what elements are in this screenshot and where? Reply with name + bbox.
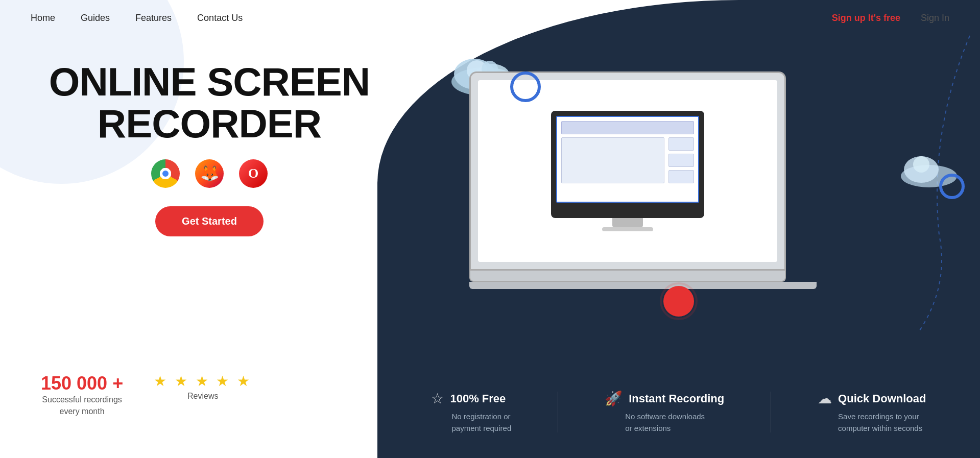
hero-title: ONLINE SCREEN RECORDER [41, 61, 378, 145]
monitor-base [602, 227, 653, 231]
nav-features-link[interactable]: Features [135, 13, 172, 23]
screen-ui-sidebar [668, 137, 694, 183]
feature-divider-2 [771, 392, 771, 432]
nav-contact-link[interactable]: Contact Us [197, 13, 243, 23]
nav-guides-link[interactable]: Guides [81, 13, 110, 23]
signin-link[interactable]: Sign In [921, 13, 949, 23]
hero-section: Home Guides Features Contact Us Sign up … [0, 0, 980, 458]
stats-row: 150 000 + Successful recordings every mo… [41, 373, 252, 417]
ratings-block: ★ ★ ★ ★ ★ Reviews [154, 373, 252, 401]
features-row: ☆ 100% Free No registration or payment r… [377, 366, 980, 458]
blue-circle-right-decoration [939, 174, 965, 199]
feature-recording-desc: No software downloads or extensions [605, 411, 705, 434]
laptop-screen [469, 71, 786, 271]
screen-ui-content [561, 137, 694, 183]
screen-ui-side-item [668, 170, 694, 183]
feature-download: ☁ Quick Download Save recordings to your… [818, 390, 926, 434]
free-icon: ☆ [431, 390, 444, 407]
illustration-area [377, 31, 980, 347]
recording-icon: 🚀 [605, 390, 623, 407]
feature-download-header: ☁ Quick Download [818, 390, 926, 407]
feature-free-header: ☆ 100% Free [431, 390, 506, 407]
star-rating: ★ ★ ★ ★ ★ [154, 373, 252, 390]
navbar: Home Guides Features Contact Us Sign up … [0, 0, 980, 36]
screen-ui-side-item [668, 154, 694, 167]
feature-divider-1 [558, 392, 558, 432]
blue-circle-top-decoration [510, 71, 541, 102]
firefox-icon: 🦊 [195, 159, 224, 188]
opera-icon: O [239, 159, 268, 188]
hero-left-content: ONLINE SCREEN RECORDER 🦊 O Get Started [41, 61, 378, 236]
laptop-screen-inner [478, 80, 777, 262]
recordings-stat: 150 000 + Successful recordings every mo… [41, 373, 123, 417]
monitor-stand [612, 218, 643, 227]
feature-free-desc: No registration or payment required [431, 411, 511, 434]
nav-home-link[interactable]: Home [31, 13, 55, 23]
reviews-label: Reviews [154, 392, 252, 401]
feature-download-desc: Save recordings to your computer within … [818, 411, 922, 434]
feature-recording: 🚀 Instant Recording No software download… [605, 390, 724, 434]
feature-recording-title: Instant Recording [629, 392, 724, 405]
chrome-icon [151, 159, 180, 188]
screen-ui-side-item [668, 137, 694, 151]
feature-free: ☆ 100% Free No registration or payment r… [431, 390, 511, 434]
recordings-number: 150 000 + [41, 373, 123, 394]
recordings-label: Successful recordings every month [41, 394, 123, 417]
nav-right-actions: Sign up It's free Sign In [832, 13, 949, 23]
screen-ui-bar [561, 121, 694, 134]
feature-download-title: Quick Download [838, 392, 926, 405]
feature-free-title: 100% Free [450, 392, 506, 405]
signup-link[interactable]: Sign up It's free [832, 13, 900, 23]
get-started-button[interactable]: Get Started [155, 206, 264, 236]
laptop-bottom-bar [469, 282, 817, 289]
screen-ui-main [561, 137, 664, 183]
svg-point-8 [913, 156, 929, 173]
download-icon: ☁ [818, 390, 832, 407]
browser-icons-row: 🦊 O [41, 159, 378, 188]
feature-recording-header: 🚀 Instant Recording [605, 390, 724, 407]
laptop-base [469, 271, 786, 282]
screen-ui [561, 121, 694, 183]
monitor-screen [556, 116, 699, 203]
record-button-illustration [663, 286, 694, 317]
laptop-illustration [469, 71, 817, 289]
monitor-illustration [551, 111, 704, 218]
nav-links: Home Guides Features Contact Us [31, 13, 243, 23]
